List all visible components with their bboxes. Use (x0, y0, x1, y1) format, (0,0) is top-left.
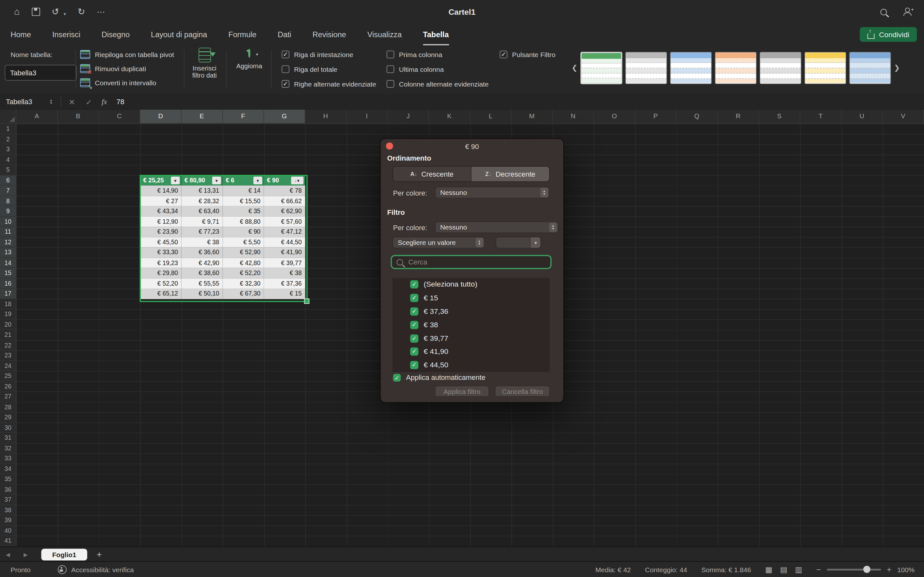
name-box-stepper-icon[interactable]: ▲▼ (49, 99, 53, 105)
table-header-cell[interactable]: € 25,25▾ (140, 175, 182, 185)
row-header-5[interactable]: 5 (0, 165, 16, 175)
gallery-left-arrow-icon[interactable]: ❮ (570, 63, 579, 72)
table-cell[interactable]: € 52,20 (140, 278, 182, 288)
gallery-right-arrow-icon[interactable]: ❯ (893, 63, 901, 72)
sheet-prev-icon[interactable]: ◀ (6, 547, 10, 562)
table-header-cell[interactable]: € 90↓▾ (264, 175, 305, 185)
row-header-20[interactable]: 20 (0, 319, 16, 330)
row-header-29[interactable]: 29 (0, 412, 16, 422)
row-header-26[interactable]: 26 (0, 381, 16, 392)
table-cell[interactable]: € 47,12 (264, 227, 305, 237)
row-header-19[interactable]: 19 (0, 309, 16, 319)
row-header-36[interactable]: 36 (0, 484, 16, 495)
table-cell[interactable]: € 36,60 (182, 247, 223, 258)
filter-list-item-seleziona-tutto[interactable]: ✓(Seleziona tutto) (393, 278, 549, 292)
select-all-corner[interactable] (0, 110, 16, 124)
table-header-cell[interactable]: € 80,90▾ (182, 175, 223, 185)
table-cell[interactable]: € 23,90 (140, 227, 182, 237)
column-header-h[interactable]: H (305, 110, 347, 124)
column-header-g[interactable]: G (264, 110, 305, 124)
table-cell[interactable]: € 39,77 (264, 258, 305, 268)
row-header-1[interactable]: 1 (0, 124, 16, 134)
filter-list-item-41-90[interactable]: ✓€ 41,90 (393, 345, 549, 358)
ribbon-tab-revisione[interactable]: Revisione (312, 23, 346, 45)
table-cell[interactable]: € 38 (182, 237, 223, 247)
refresh-button[interactable]: ▾ Aggiorna (231, 48, 268, 69)
save-icon[interactable] (32, 8, 40, 16)
ribbon-tab-visualizza[interactable]: Visualizza (367, 23, 402, 45)
row-header-30[interactable]: 30 (0, 422, 16, 433)
ribbon-tab-inserisci[interactable]: Inserisci (52, 23, 81, 45)
filter-sorted-button[interactable]: ↓▾ (291, 177, 304, 184)
sort-descending-button[interactable]: Z↓ Decrescente (471, 167, 549, 181)
table-cell[interactable]: € 77,23 (182, 227, 223, 237)
zoom-out-icon[interactable]: − (817, 565, 821, 574)
filter-list-item-44-50[interactable]: ✓€ 44,50 (393, 358, 549, 372)
formula-input[interactable]: 78 (116, 98, 124, 106)
filter-button[interactable]: ▾ (171, 177, 180, 184)
row-header-18[interactable]: 18 (0, 299, 16, 309)
row-header-4[interactable]: 4 (0, 155, 16, 165)
row-header-17[interactable]: 17 (0, 288, 16, 299)
zoom-in-icon[interactable]: + (887, 565, 891, 574)
combo-arrow-icon[interactable]: ▼ (531, 237, 540, 248)
table-cell[interactable]: € 43,34 (140, 206, 182, 216)
table-cell[interactable]: € 42,80 (223, 258, 264, 268)
table-cell[interactable]: € 12,90 (140, 216, 182, 227)
row-header-21[interactable]: 21 (0, 330, 16, 340)
table-cell[interactable]: € 50,10 (182, 288, 223, 299)
filter-button[interactable]: ▾ (212, 177, 221, 184)
ribbon-option-pulsante-filtro[interactable]: ✓Pulsante Filtro (500, 48, 556, 61)
column-header-t[interactable]: T (800, 110, 842, 124)
column-header-s[interactable]: S (759, 110, 800, 124)
share-user-icon[interactable]: + (902, 8, 912, 16)
row-header-33[interactable]: 33 (0, 453, 16, 464)
filter-by-color-dropdown[interactable]: Nessuno ▲▼ (435, 221, 559, 234)
row-header-25[interactable]: 25 (0, 371, 16, 381)
row-header-23[interactable]: 23 (0, 350, 16, 361)
grid-view-icon[interactable]: ▦ (765, 565, 772, 574)
ribbon-option-riga-di-intestazione[interactable]: ✓Riga di intestazione (282, 48, 376, 61)
table-cell[interactable]: € 52,20 (223, 268, 264, 278)
ribbon-tab-formule[interactable]: Formule (228, 23, 257, 45)
table-cell[interactable]: € 62,90 (264, 206, 305, 216)
table-cell[interactable]: € 15 (264, 288, 305, 299)
row-header-3[interactable]: 3 (0, 144, 16, 155)
table-cell[interactable]: € 42,90 (182, 258, 223, 268)
ribbon-option-righe-alternate-evidenziate[interactable]: ✓Righe alternate evidenziate (282, 77, 376, 91)
row-header-28[interactable]: 28 (0, 402, 16, 412)
row-header-2[interactable]: 2 (0, 134, 16, 144)
table-cell[interactable]: € 32,30 (223, 278, 264, 288)
filter-list-item-39-77[interactable]: ✓€ 39,77 (393, 332, 549, 345)
add-sheet-icon[interactable]: + (97, 547, 102, 562)
table-style-gray[interactable] (760, 52, 801, 84)
table-cell[interactable]: € 15,50 (223, 196, 264, 206)
ribbon-option-riga-del-totale[interactable]: Riga del totale (282, 63, 376, 76)
column-header-v[interactable]: V (883, 110, 924, 124)
page-layout-view-icon[interactable]: ▥ (795, 565, 803, 574)
row-header-9[interactable]: 9 (0, 206, 16, 216)
row-header-15[interactable]: 15 (0, 268, 16, 278)
column-header-q[interactable]: Q (677, 110, 718, 124)
column-header-p[interactable]: P (635, 110, 677, 124)
row-header-11[interactable]: 11 (0, 227, 16, 237)
ribbon-tab-disegno[interactable]: Disegno (102, 23, 130, 45)
row-header-8[interactable]: 8 (0, 196, 16, 206)
column-header-a[interactable]: A (16, 110, 58, 124)
table-cell[interactable]: € 41,90 (264, 247, 305, 258)
column-header-i[interactable]: I (347, 110, 388, 124)
row-header-37[interactable]: 37 (0, 495, 16, 505)
ribbon-tab-dati[interactable]: Dati (278, 23, 291, 45)
table-cell[interactable]: € 14,90 (140, 185, 182, 196)
table-style-orange[interactable] (715, 52, 756, 84)
table-cell[interactable]: € 38,60 (182, 268, 223, 278)
table-cell[interactable]: € 35 (223, 206, 264, 216)
sort-ascending-button[interactable]: A↓ Crescente (393, 167, 471, 181)
ribbon-option-prima-colonna[interactable]: Prima colonna (387, 48, 489, 61)
apply-filter-button[interactable]: Applica filtro (435, 386, 489, 397)
search-input[interactable] (407, 258, 546, 267)
choose-value-dropdown[interactable]: Scegliere un valore ▲▼ (393, 237, 485, 248)
table-style-gray-light[interactable] (625, 52, 667, 84)
row-header-35[interactable]: 35 (0, 474, 16, 484)
filter-list-item-15[interactable]: ✓€ 15 (393, 292, 549, 305)
